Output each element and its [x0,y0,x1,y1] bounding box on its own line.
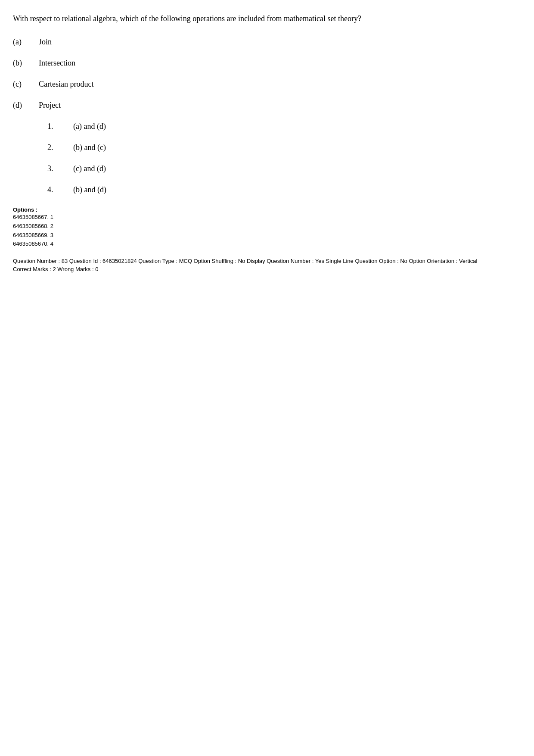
option-d-text: Project [39,101,61,110]
option-a: (a) Join [13,37,521,47]
option-a-text: Join [39,37,52,47]
sub-option-1: 1. (a) and (d) [47,122,521,131]
option-a-label: (a) [13,37,39,47]
sub-options-list: 1. (a) and (d) 2. (b) and (c) 3. (c) and… [47,122,521,194]
sub-option-3-text: (c) and (d) [73,164,106,173]
sub-option-2-number: 2. [47,143,73,152]
option-b-text: Intersection [39,59,75,68]
question-meta: Question Number : 83 Question Id : 64635… [13,256,521,266]
option-d-label: (d) [13,101,39,110]
question-text: With respect to relational algebra, whic… [13,13,521,25]
option-b: (b) Intersection [13,59,521,68]
option-c: (c) Cartesian product [13,80,521,89]
option-code-4: 64635085670. 4 [13,240,521,249]
sub-option-4: 4. (b) and (d) [47,185,521,194]
option-d: (d) Project [13,101,521,110]
sub-option-3-number: 3. [47,164,73,173]
options-list: (a) Join (b) Intersection (c) Cartesian … [13,37,521,110]
sub-option-1-number: 1. [47,122,73,131]
option-code-3: 64635085669. 3 [13,231,521,240]
option-b-label: (b) [13,59,39,68]
meta-section: Options : 64635085667. 1 64635085668. 2 … [13,206,521,272]
option-code-2: 64635085668. 2 [13,222,521,231]
option-c-text: Cartesian product [39,80,93,89]
marks-info: Correct Marks : 2 Wrong Marks : 0 [13,266,521,272]
sub-option-1-text: (a) and (d) [73,122,106,131]
sub-option-3: 3. (c) and (d) [47,164,521,173]
sub-option-2-text: (b) and (c) [73,143,106,152]
option-c-label: (c) [13,80,39,89]
sub-option-4-number: 4. [47,185,73,194]
sub-option-2: 2. (b) and (c) [47,143,521,152]
sub-option-4-text: (b) and (d) [73,185,106,194]
option-code-1: 64635085667. 1 [13,213,521,222]
options-label: Options : [13,206,37,213]
option-codes: 64635085667. 1 64635085668. 2 6463508566… [13,213,521,249]
